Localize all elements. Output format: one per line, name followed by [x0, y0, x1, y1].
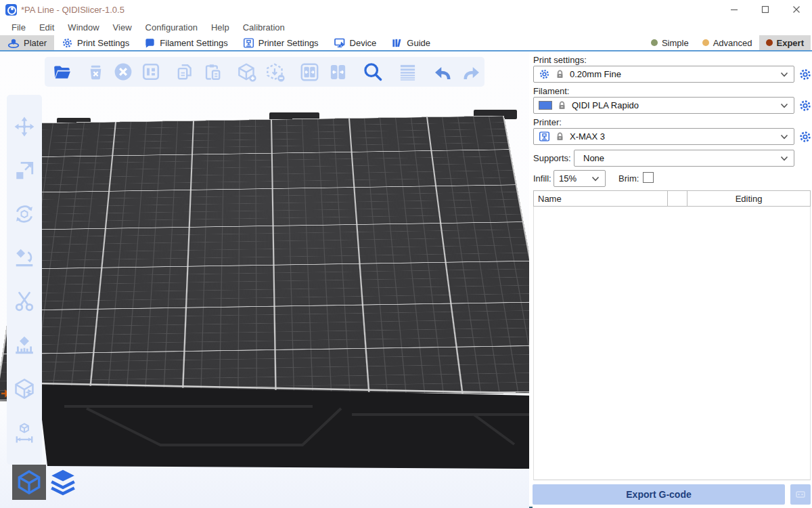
column-extruder[interactable]: [668, 191, 687, 206]
filament-icon: [144, 37, 156, 49]
editor-view-button[interactable]: [12, 465, 46, 500]
object-list[interactable]: [533, 207, 811, 480]
menu-help[interactable]: Help: [204, 20, 236, 35]
close-button[interactable]: [781, 0, 812, 19]
tab-print-settings[interactable]: Print Settings: [54, 35, 137, 50]
device-monitor-icon: [334, 37, 346, 49]
add-instance-button[interactable]: [237, 62, 256, 82]
printer-combo[interactable]: X-MAX 3: [533, 128, 794, 145]
arrange-button[interactable]: [141, 62, 160, 82]
edit-printer-button[interactable]: [798, 129, 812, 144]
menu-view[interactable]: View: [106, 20, 139, 35]
paste-button[interactable]: [203, 62, 222, 82]
supports-label: Supports:: [533, 153, 571, 163]
tab-printer-settings-label: Printer Settings: [258, 38, 319, 48]
viewport-3d[interactable]: [0, 51, 529, 508]
printer-label: Printer:: [533, 117, 562, 127]
plater-icon: [7, 37, 20, 49]
redo-button[interactable]: [461, 62, 482, 82]
print-settings-label: Print settings:: [533, 55, 587, 65]
edit-filament-button[interactable]: [798, 98, 812, 113]
tab-filament-settings[interactable]: Filament Settings: [137, 35, 235, 50]
mode-expert[interactable]: Expert: [759, 35, 811, 50]
delete-button[interactable]: [87, 62, 105, 82]
object-list-header: Name Editing: [533, 190, 811, 207]
export-options-icon: [796, 491, 805, 498]
rotate-gizmo-button[interactable]: [13, 203, 36, 226]
measure-gizmo-button[interactable]: [13, 421, 36, 444]
preview-view-button[interactable]: [46, 465, 80, 500]
gear-icon: [62, 37, 73, 49]
gear-icon: [539, 68, 550, 80]
search-button[interactable]: [363, 62, 383, 82]
support-paint-gizmo-button[interactable]: [13, 334, 36, 357]
app-logo-icon: [5, 4, 17, 16]
print-settings-combo[interactable]: 0.20mm Fine: [533, 66, 794, 83]
mode-simple[interactable]: Simple: [644, 35, 696, 50]
menu-bar: File Edit Window View Configuration Help…: [0, 19, 812, 35]
expert-mode-dot-icon: [766, 39, 773, 46]
chevron-down-icon: [780, 134, 788, 140]
infill-combo[interactable]: 15%: [554, 170, 606, 187]
tab-filament-settings-label: Filament Settings: [160, 38, 227, 48]
advanced-mode-dot-icon: [702, 39, 709, 46]
cut-gizmo-button[interactable]: [13, 290, 36, 313]
variable-layer-height-button[interactable]: [398, 62, 418, 82]
seam-paint-gizmo-button[interactable]: [13, 377, 36, 400]
move-gizmo-button[interactable]: [13, 115, 36, 138]
brim-label: Brim:: [618, 173, 639, 184]
gear-icon: [798, 130, 812, 144]
undo-button[interactable]: [432, 62, 453, 82]
open-file-button[interactable]: [53, 62, 72, 82]
object-toolbar: [45, 57, 484, 87]
mode-advanced[interactable]: Advanced: [696, 35, 759, 50]
tab-plater[interactable]: Plater: [0, 35, 54, 50]
infill-label: Infill:: [533, 173, 551, 184]
scissors-cut-icon: [14, 291, 35, 312]
menu-configuration[interactable]: Configuration: [139, 20, 204, 35]
title-bar: *PA Line - QIDISlicer-1.0.5: [0, 0, 812, 19]
gizmo-toolbar: [7, 95, 42, 465]
mode-simple-label: Simple: [662, 38, 689, 48]
minimize-button[interactable]: [719, 0, 750, 19]
measure-icon: [14, 422, 35, 444]
column-name[interactable]: Name: [534, 191, 668, 206]
cube-minus-icon: [265, 62, 285, 82]
export-options-button[interactable]: [790, 484, 811, 505]
seam-icon: [13, 377, 36, 400]
split-objects-button[interactable]: [300, 62, 319, 82]
guide-books-icon: [391, 37, 403, 49]
delete-all-button[interactable]: [114, 62, 133, 82]
filament-color-swatch: [539, 101, 552, 110]
scale-gizmo-button[interactable]: [13, 159, 36, 182]
export-gcode-button[interactable]: Export G-code: [533, 484, 785, 505]
filament-combo[interactable]: QIDI PLA Rapido: [533, 97, 794, 114]
chevron-down-icon: [780, 72, 788, 77]
open-folder-icon: [53, 62, 72, 81]
menu-file[interactable]: File: [5, 20, 32, 35]
maximize-button[interactable]: [750, 0, 781, 19]
place-on-face-gizmo-button[interactable]: [13, 247, 36, 270]
chevron-down-icon: [591, 176, 600, 182]
tab-plater-label: Plater: [24, 38, 47, 48]
edit-print-settings-button[interactable]: [798, 67, 812, 82]
menu-window[interactable]: Window: [61, 20, 106, 35]
menu-calibration[interactable]: Calibration: [236, 20, 292, 35]
column-editing[interactable]: Editing: [687, 191, 810, 206]
split-objects-icon: [300, 62, 319, 82]
tab-device[interactable]: Device: [326, 35, 384, 50]
tab-printer-settings[interactable]: Printer Settings: [235, 35, 326, 50]
cube-plus-icon: [237, 62, 256, 82]
window-title: *PA Line - QIDISlicer-1.0.5: [21, 5, 125, 15]
printer-icon: [539, 131, 550, 142]
copy-button[interactable]: [175, 62, 194, 82]
tab-guide[interactable]: Guide: [384, 35, 438, 50]
remove-instance-button[interactable]: [265, 62, 285, 82]
brim-checkbox[interactable]: [643, 172, 654, 183]
split-parts-button[interactable]: [328, 62, 348, 82]
printer-icon: [243, 37, 254, 49]
close-icon: [792, 5, 800, 14]
simple-mode-dot-icon: [651, 39, 658, 46]
menu-edit[interactable]: Edit: [32, 20, 61, 35]
supports-combo[interactable]: None: [574, 150, 794, 167]
